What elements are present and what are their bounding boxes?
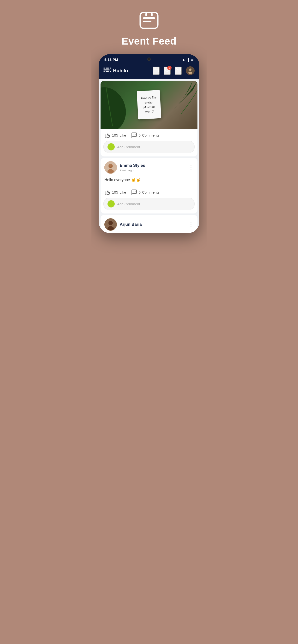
comment-count-2: 0 [139, 190, 140, 194]
svg-point-19 [108, 164, 113, 168]
message-button[interactable] [175, 66, 182, 75]
comment-button-2[interactable]: 0 Comments [131, 189, 160, 195]
note-text-line4: Real ♡ [141, 109, 157, 114]
svg-point-15 [134, 134, 134, 135]
post-card-2: Emma Styles 2 min ago ⋮ Hello everyone 🤘… [100, 158, 198, 214]
app-title: Event Feed [121, 36, 176, 47]
comment-button-1[interactable]: 0 Comments [131, 132, 160, 138]
author-avatar-img-2 [104, 161, 117, 174]
battery-icon: ▭ [191, 58, 194, 62]
post-card-3-partial: Arjun Baria ⋮ [100, 215, 198, 233]
author-name-2: Emma Styles [120, 163, 145, 168]
svg-point-20 [107, 169, 114, 174]
note-text-line3: Makes us [141, 104, 157, 110]
svg-point-17 [135, 134, 135, 135]
svg-point-11 [189, 68, 192, 71]
post-author-2: Emma Styles 2 min ago [104, 161, 145, 174]
status-time: 5:13 PM [104, 58, 118, 62]
wifi-icon: ▲ [182, 58, 185, 62]
thumbs-up-icon-2 [104, 189, 111, 195]
svg-point-21 [109, 166, 110, 166]
note-text-line1: How we live [141, 95, 157, 100]
svg-rect-0 [140, 12, 158, 28]
nav-logo[interactable]: Hubilo [103, 68, 128, 74]
post-image: How we live is what Makes us Real ♡ [100, 81, 198, 129]
svg-point-24 [133, 192, 133, 192]
comment-icon [131, 132, 137, 138]
post-text-2: Hello everyone 🤘🤘 [100, 176, 198, 186]
svg-point-27 [108, 221, 113, 225]
user-avatar[interactable] [186, 66, 195, 75]
more-options-button-3[interactable]: ⋮ [188, 222, 194, 228]
comment-input-wrapper-2[interactable]: Add Comment [103, 198, 195, 210]
like-count-2: 105 [112, 190, 118, 194]
svg-point-22 [111, 166, 112, 166]
message-icon [175, 67, 181, 73]
post-actions-1: 105 Like 0 Comments [100, 129, 198, 141]
phone-frame: 5:13 PM ▲ ▐ ▭ Hubilo [99, 54, 199, 233]
add-comment-placeholder-2[interactable]: Add Comment [117, 202, 140, 206]
nav-logo-text: Hubilo [113, 68, 128, 74]
thumbs-up-icon [104, 132, 111, 138]
author-info-2: Emma Styles 2 min ago [120, 163, 145, 172]
svg-point-13 [100, 82, 132, 129]
svg-point-23 [134, 192, 134, 192]
camera-notch [147, 58, 151, 61]
user-avatar-green-1 [107, 143, 115, 150]
post-header-2: Emma Styles 2 min ago ⋮ [100, 158, 198, 176]
comment-label-2: Comments [142, 190, 160, 194]
like-label-1: Like [119, 133, 126, 137]
feed-area: How we live is what Makes us Real ♡ 105 … [99, 79, 199, 233]
user-avatar-green-2 [107, 200, 115, 208]
app-header: Event Feed [121, 10, 176, 47]
calendar-button[interactable] [153, 66, 160, 75]
svg-rect-3 [145, 13, 147, 16]
like-count-1: 105 [112, 133, 118, 137]
author-avatar-2 [104, 161, 117, 174]
author-info-3: Arjun Baria [120, 222, 142, 227]
post-header-3: Arjun Baria ⋮ [100, 215, 198, 233]
svg-point-28 [107, 226, 114, 230]
svg-point-12 [188, 72, 192, 74]
like-button-2[interactable]: 105 Like [104, 189, 126, 195]
comment-input-wrapper-1[interactable]: Add Comment [103, 141, 195, 153]
author-name-3: Arjun Baria [120, 222, 142, 227]
calendar-icon [153, 67, 159, 73]
author-time-2: 2 min ago [120, 168, 145, 172]
leaf-right-icon [154, 81, 198, 129]
add-comment-area-2: Add Comment [100, 198, 198, 214]
author-avatar-img-3 [104, 218, 117, 231]
status-icons: ▲ ▐ ▭ [182, 58, 194, 62]
more-options-button-2[interactable]: ⋮ [188, 164, 194, 170]
svg-point-25 [135, 192, 135, 192]
navigation-bar: Hubilo 2 [99, 64, 199, 79]
like-label-2: Like [119, 190, 126, 194]
signal-icon: ▐ [187, 58, 189, 62]
hubilo-logo-icon [103, 68, 111, 74]
post-actions-2: 105 Like 0 Comments [100, 186, 198, 198]
leaf-left-icon [100, 81, 141, 129]
add-comment-area-1: Add Comment [100, 141, 198, 156]
comment-label-1: Comments [142, 133, 160, 137]
like-button-1[interactable]: 105 Like [104, 132, 126, 138]
note-paper: How we live is what Makes us Real ♡ [137, 90, 161, 120]
avatar-icon [186, 67, 194, 74]
event-feed-icon [138, 10, 160, 31]
comment-icon-2 [131, 189, 137, 195]
svg-rect-2 [143, 20, 152, 22]
add-comment-placeholder-1[interactable]: Add Comment [117, 145, 140, 149]
notification-badge: 2 [167, 66, 172, 70]
post-card-1: How we live is what Makes us Real ♡ 105 … [100, 81, 198, 156]
svg-rect-4 [151, 13, 153, 16]
notification-button[interactable]: 2 [164, 66, 171, 75]
svg-rect-1 [143, 17, 155, 19]
nav-actions: 2 [153, 66, 195, 75]
svg-point-16 [133, 134, 133, 135]
svg-rect-5 [154, 68, 158, 72]
author-avatar-3 [104, 218, 117, 231]
post-author-3: Arjun Baria [104, 218, 142, 231]
comment-count-1: 0 [139, 133, 140, 137]
